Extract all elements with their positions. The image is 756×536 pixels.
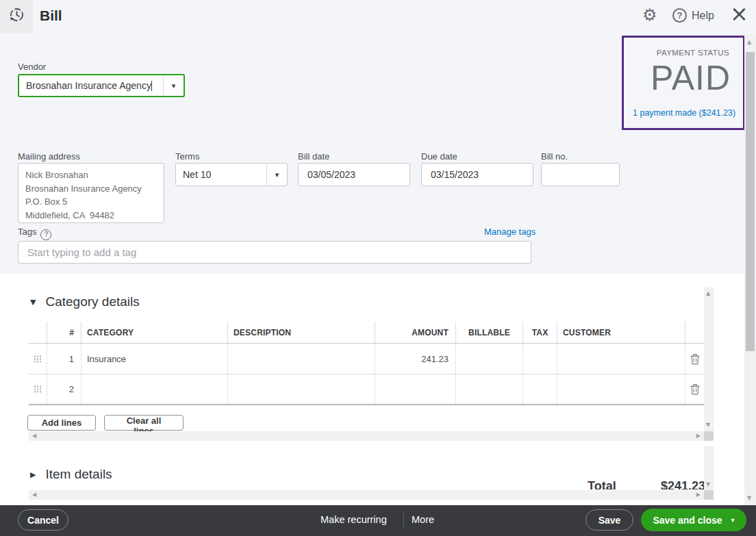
vendor-label: Vendor — [18, 62, 46, 72]
tags-help-icon[interactable]: ? — [40, 229, 51, 240]
vendor-dropdown-arrow-icon[interactable]: ▾ — [163, 75, 184, 96]
bill-date-label: Bill date — [298, 151, 329, 162]
mailing-address-label: Mailing address — [18, 151, 80, 162]
total-row: Total $241.23 — [588, 479, 705, 489]
payment-made-link[interactable]: 1 payment made ($241.23) — [633, 108, 735, 118]
description-cell[interactable] — [227, 374, 375, 404]
footer-bar: Cancel Make recurring More Save Save and… — [0, 505, 756, 536]
item-details-toggle[interactable]: ▶ Item details — [30, 467, 112, 482]
customer-cell[interactable] — [557, 374, 685, 404]
bill-window: Bill ⚙ ? Help × PAYMENT STATUS PAID 1 pa… — [0, 0, 756, 536]
vendor-dropdown[interactable]: Brosnahan Insurance Agency ▾ — [18, 74, 185, 97]
bill-date-input[interactable] — [298, 163, 410, 186]
save-options-dropdown-icon[interactable]: ▾ — [731, 517, 735, 524]
page-scrollbar-thumb[interactable] — [746, 52, 755, 351]
table-horizontal-scrollbar[interactable]: ◀ ▶ — [29, 431, 704, 441]
col-header-billable: BILLABLE — [455, 322, 522, 343]
due-date-label: Due date — [421, 151, 457, 162]
terms-label: Terms — [175, 151, 199, 162]
payment-status-panel: PAYMENT STATUS PAID 1 payment made ($241… — [622, 36, 745, 130]
make-recurring-button[interactable]: Make recurring — [320, 514, 387, 525]
add-lines-button[interactable]: Add lines — [27, 415, 96, 431]
item-horizontal-scrollbar[interactable]: ◀ ▶ — [29, 490, 704, 500]
col-header-customer: CUSTOMER — [557, 322, 685, 343]
save-and-close-label: Save and close — [653, 515, 722, 526]
amount-cell[interactable]: 241.23 — [375, 344, 455, 374]
more-button[interactable]: More — [412, 514, 434, 525]
terms-dropdown[interactable]: Net 10 ▾ — [175, 163, 288, 186]
help-button[interactable]: ? Help — [672, 8, 714, 23]
section-collapsed-icon: ▶ — [30, 471, 36, 478]
history-clock-icon — [8, 6, 25, 27]
payment-status-value: PAID — [651, 58, 731, 98]
row-number: 1 — [47, 344, 81, 374]
item-details-title: Item details — [45, 467, 112, 482]
tax-cell[interactable] — [522, 374, 557, 404]
help-label: Help — [692, 10, 714, 22]
scroll-right-icon[interactable]: ▶ — [696, 492, 701, 498]
col-header-description: DESCRIPTION — [227, 322, 375, 343]
col-header-category: CATEGORY — [81, 322, 227, 343]
col-header-tax: TAX — [522, 322, 557, 343]
cancel-button[interactable]: Cancel — [18, 509, 68, 531]
category-details-table: # CATEGORY DESCRIPTION AMOUNT BILLABLE T… — [29, 322, 704, 405]
table-vertical-scrollbar[interactable]: ▲ ▼ — [704, 288, 714, 431]
footer-divider — [403, 512, 404, 529]
scroll-down-icon[interactable]: ▼ — [747, 496, 751, 501]
tags-label: Tags? — [18, 227, 51, 240]
delete-row-trash-icon[interactable] — [685, 344, 704, 374]
customer-cell[interactable] — [557, 344, 685, 374]
save-button[interactable]: Save — [585, 509, 633, 531]
total-value: $241.23 — [661, 479, 705, 489]
bill-no-label: Bill no. — [541, 151, 568, 162]
clear-all-lines-button[interactable]: Clear all lines — [104, 415, 184, 431]
scroll-down-icon[interactable]: ▼ — [706, 482, 710, 487]
total-label: Total — [588, 479, 616, 489]
scroll-up-icon[interactable]: ▲ — [747, 40, 751, 45]
table-row: 2 — [29, 374, 704, 405]
row-number: 2 — [47, 374, 81, 404]
gear-icon[interactable]: ⚙ — [642, 7, 657, 23]
col-header-num: # — [47, 322, 81, 343]
table-row: 1 Insurance 241.23 — [29, 344, 704, 374]
bill-no-input[interactable] — [541, 163, 620, 186]
col-header-amount: AMOUNT — [375, 322, 455, 343]
description-cell[interactable] — [227, 344, 375, 374]
section-expanded-icon: ▼ — [30, 298, 36, 306]
text-cursor — [151, 81, 152, 91]
bill-history-iconbox[interactable] — [0, 0, 33, 33]
scrollbar-corner — [704, 490, 714, 500]
billable-cell[interactable] — [455, 374, 522, 404]
category-details-toggle[interactable]: ▼ Category details — [30, 294, 140, 309]
payment-status-label: PAYMENT STATUS — [657, 49, 729, 57]
close-icon[interactable]: × — [730, 3, 748, 25]
category-cell[interactable] — [81, 374, 227, 404]
page-title: Bill — [40, 8, 62, 24]
save-and-close-button[interactable]: Save and close ▾ — [641, 509, 746, 531]
scroll-up-icon[interactable]: ▲ — [706, 291, 710, 296]
terms-dropdown-arrow-icon[interactable]: ▾ — [266, 164, 287, 186]
delete-row-trash-icon[interactable] — [685, 374, 704, 404]
item-vertical-scrollbar[interactable]: ▼ — [704, 446, 714, 490]
due-date-input[interactable] — [421, 163, 533, 186]
amount-cell[interactable] — [375, 374, 455, 404]
category-cell[interactable]: Insurance — [81, 344, 227, 374]
category-details-title: Category details — [45, 294, 139, 309]
scroll-right-icon[interactable]: ▶ — [696, 433, 701, 439]
scroll-down-icon[interactable]: ▼ — [706, 422, 710, 428]
scrollbar-corner — [704, 431, 714, 441]
scroll-left-icon[interactable]: ◀ — [32, 433, 36, 439]
drag-handle-icon[interactable] — [29, 344, 47, 374]
billable-cell[interactable] — [455, 344, 522, 374]
vendor-value: Brosnahan Insurance Agency — [26, 80, 151, 91]
manage-tags-link[interactable]: Manage tags — [484, 227, 536, 237]
page-scrollbar[interactable]: ▲ ▼ — [744, 34, 756, 505]
scroll-left-icon[interactable]: ◀ — [32, 492, 36, 498]
terms-value: Net 10 — [176, 169, 266, 180]
tax-cell[interactable] — [522, 344, 557, 374]
mailing-address-field[interactable]: Nick Brosnahan Brosnahan Insurance Agenc… — [18, 163, 164, 223]
tags-input[interactable] — [18, 241, 531, 264]
help-question-icon: ? — [672, 8, 687, 23]
table-header-row: # CATEGORY DESCRIPTION AMOUNT BILLABLE T… — [29, 322, 704, 344]
drag-handle-icon[interactable] — [29, 374, 47, 404]
